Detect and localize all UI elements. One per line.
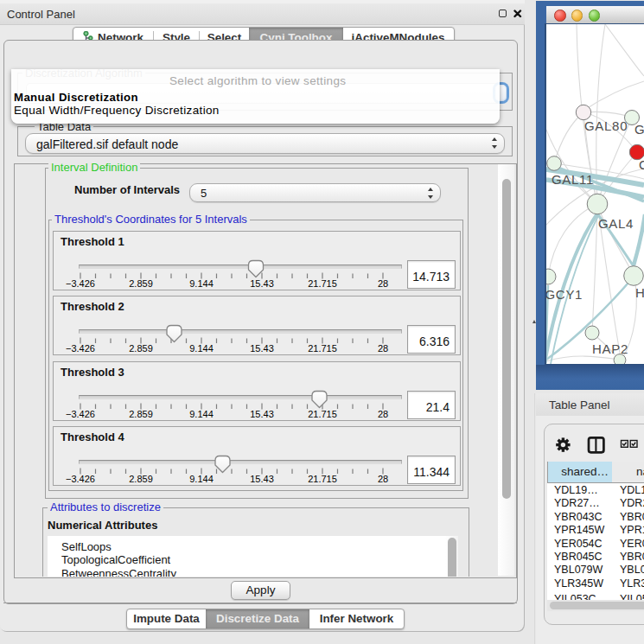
svg-text:15.43: 15.43 bbox=[250, 409, 274, 419]
svg-text:21.715: 21.715 bbox=[308, 278, 337, 289]
svg-text:2.859: 2.859 bbox=[129, 409, 153, 419]
svg-text:9.144: 9.144 bbox=[189, 474, 214, 484]
svg-text:H: H bbox=[635, 285, 644, 300]
svg-text:28: 28 bbox=[378, 343, 388, 354]
svg-text:−3.426: −3.426 bbox=[66, 278, 95, 289]
svg-text:GCY1: GCY1 bbox=[546, 287, 583, 302]
svg-text:CY: CY bbox=[639, 157, 644, 172]
svg-text:9.144: 9.144 bbox=[189, 343, 214, 354]
svg-text:15.43: 15.43 bbox=[250, 343, 274, 354]
svg-text:28: 28 bbox=[378, 474, 388, 484]
svg-text:21.715: 21.715 bbox=[308, 343, 337, 354]
svg-text:HAP2: HAP2 bbox=[592, 341, 628, 356]
svg-text:28: 28 bbox=[378, 278, 388, 289]
svg-text:−3.426: −3.426 bbox=[66, 409, 95, 419]
svg-text:15.43: 15.43 bbox=[250, 278, 274, 289]
svg-text:21.715: 21.715 bbox=[308, 409, 337, 419]
svg-text:GAL80: GAL80 bbox=[584, 118, 628, 133]
svg-text:9.144: 9.144 bbox=[189, 278, 214, 289]
svg-text:21.715: 21.715 bbox=[308, 474, 337, 484]
svg-text:2.859: 2.859 bbox=[129, 343, 153, 354]
svg-text:−3.426: −3.426 bbox=[66, 343, 95, 354]
svg-text:15.43: 15.43 bbox=[250, 474, 274, 484]
svg-text:GAL4: GAL4 bbox=[598, 216, 634, 231]
svg-text:2.859: 2.859 bbox=[129, 474, 153, 484]
svg-text:GAL11: GAL11 bbox=[552, 172, 594, 187]
svg-text:−3.426: −3.426 bbox=[66, 474, 95, 484]
svg-text:2.859: 2.859 bbox=[129, 278, 153, 289]
svg-text:GA: GA bbox=[634, 122, 644, 137]
svg-text:28: 28 bbox=[378, 409, 388, 419]
svg-text:9.144: 9.144 bbox=[189, 409, 214, 419]
